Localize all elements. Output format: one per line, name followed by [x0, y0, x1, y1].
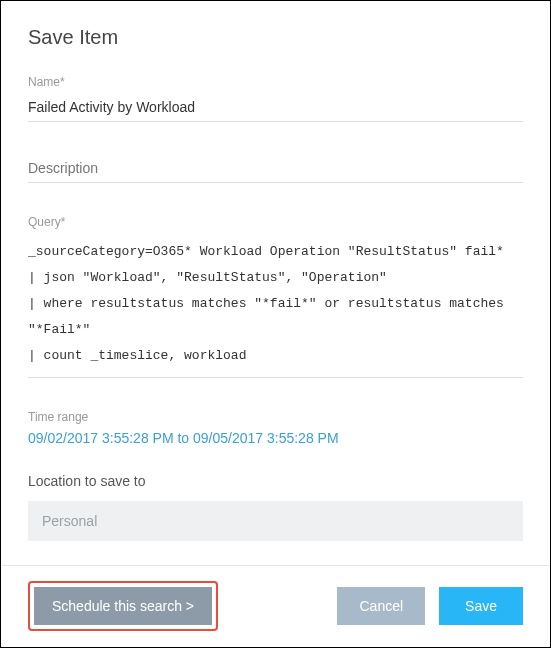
save-button[interactable]: Save	[439, 587, 523, 625]
time-range-label: Time range	[28, 410, 523, 424]
query-field-block: Query* _sourceCategory=O365* Workload Op…	[28, 215, 523, 378]
name-field-block: Name*	[28, 75, 523, 122]
name-label: Name*	[28, 75, 523, 89]
dialog-footer: Schedule this search > Cancel Save	[2, 565, 549, 646]
dialog-title: Save Item	[28, 26, 523, 49]
location-block: Location to save to Personal	[28, 473, 523, 541]
description-field-block	[28, 154, 523, 183]
highlight-annotation: Schedule this search >	[28, 581, 218, 631]
query-label: Query*	[28, 215, 523, 229]
name-input[interactable]	[28, 93, 523, 122]
time-range-block: Time range 09/02/2017 3:55:28 PM to 09/0…	[28, 410, 523, 447]
description-input[interactable]	[28, 154, 523, 183]
cancel-button[interactable]: Cancel	[337, 587, 425, 625]
schedule-search-button[interactable]: Schedule this search >	[34, 587, 212, 625]
dialog-body: Save Item Name* Query* _sourceCategory=O…	[2, 2, 549, 565]
time-range-link[interactable]: 09/02/2017 3:55:28 PM to 09/05/2017 3:55…	[28, 430, 339, 446]
query-input[interactable]: _sourceCategory=O365* Workload Operation…	[28, 233, 523, 378]
location-label: Location to save to	[28, 473, 523, 489]
location-selector[interactable]: Personal	[28, 501, 523, 541]
